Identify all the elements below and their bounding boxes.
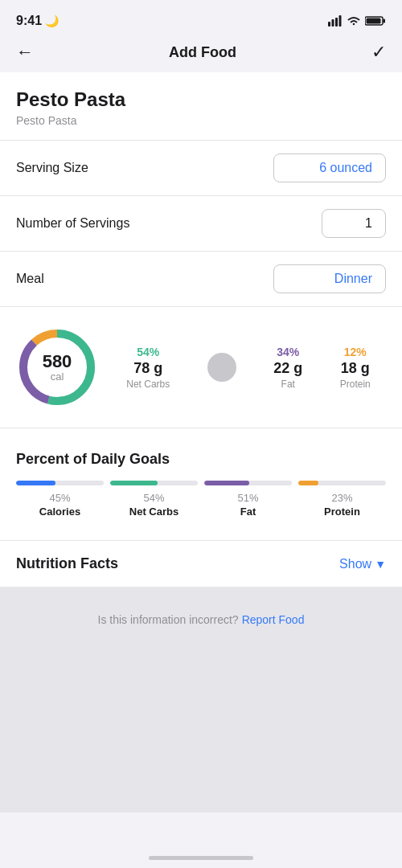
serving-size-value[interactable]: 6 ounced bbox=[273, 154, 386, 182]
report-question: Is this information incorrect? bbox=[98, 613, 239, 626]
report-text: Is this information incorrect? Report Fo… bbox=[98, 613, 305, 626]
food-title-section: Pesto Pasta Pesto Pasta bbox=[0, 72, 402, 141]
macro-protein: 12% 18 g Protein bbox=[340, 346, 371, 390]
meal-value[interactable]: Dinner bbox=[273, 264, 386, 293]
protein-pct: 12% bbox=[340, 346, 371, 358]
goals-bars: 45% Calories 54% Net Carbs 51% Fat 23% P… bbox=[16, 481, 386, 518]
svg-rect-5 bbox=[384, 19, 386, 23]
protein-name: Protein bbox=[340, 379, 371, 390]
fat-grams: 22 g bbox=[273, 360, 302, 377]
daily-goals-section: Percent of Daily Goals 45% Calories 54% … bbox=[0, 435, 402, 541]
home-indicator bbox=[149, 856, 253, 860]
bar-track bbox=[110, 481, 198, 485]
page-title: Add Food bbox=[169, 44, 236, 61]
form-section: Serving Size 6 ounced Number of Servings… bbox=[0, 141, 402, 307]
meal-label: Meal bbox=[16, 272, 44, 286]
nav-bar: ← Add Food ✓ bbox=[0, 35, 402, 72]
food-name: Pesto Pasta bbox=[16, 88, 386, 111]
svg-rect-3 bbox=[339, 15, 342, 27]
moon-icon: 🌙 bbox=[45, 14, 59, 27]
macro-fat: 34% 22 g Fat bbox=[273, 346, 302, 390]
number-of-servings-label: Number of Servings bbox=[16, 216, 129, 231]
fat-name: Fat bbox=[273, 379, 302, 390]
bar-fill bbox=[204, 481, 249, 485]
goal-pct: 54% bbox=[110, 492, 198, 504]
net-carbs-pct: 54% bbox=[126, 346, 170, 358]
serving-size-label: Serving Size bbox=[16, 161, 88, 175]
number-of-servings-row: Number of Servings 1 bbox=[0, 196, 402, 252]
status-time: 9:41 🌙 bbox=[16, 14, 59, 28]
signal-icon bbox=[328, 15, 343, 27]
nutrition-facts-label: Nutrition Facts bbox=[16, 555, 118, 572]
calories-number: 580 bbox=[43, 353, 72, 371]
goal-bar-calories: 45% Calories bbox=[16, 481, 104, 518]
nutrition-summary: 580 cal 54% 78 g Net Carbs 34% 22 g Fat … bbox=[0, 307, 402, 428]
goal-bar-fat: 51% Fat bbox=[204, 481, 292, 518]
svg-rect-2 bbox=[335, 18, 338, 27]
bar-track bbox=[16, 481, 104, 485]
goal-pct: 51% bbox=[204, 492, 292, 504]
nutrition-facts-show-button[interactable]: Show ▼ bbox=[339, 557, 386, 571]
goal-pct: 45% bbox=[16, 492, 104, 504]
goal-label: Calories bbox=[16, 506, 104, 518]
serving-size-row: Serving Size 6 ounced bbox=[0, 141, 402, 196]
bar-fill bbox=[298, 481, 318, 485]
macro-stats: 54% 78 g Net Carbs 34% 22 g Fat 12% 18 g… bbox=[108, 346, 389, 390]
svg-rect-6 bbox=[367, 18, 381, 24]
protein-grams: 18 g bbox=[340, 360, 371, 377]
goal-pct: 23% bbox=[298, 492, 386, 504]
bar-track bbox=[298, 481, 386, 485]
goal-label: Net Carbs bbox=[110, 506, 198, 518]
food-subtitle: Pesto Pasta bbox=[16, 114, 386, 127]
status-icons bbox=[328, 15, 386, 27]
bar-track bbox=[204, 481, 292, 485]
number-of-servings-value[interactable]: 1 bbox=[322, 209, 386, 238]
goal-bar-protein: 23% Protein bbox=[298, 481, 386, 518]
macro-net-carbs: 54% 78 g Net Carbs bbox=[126, 346, 170, 390]
calories-label: cal bbox=[43, 371, 72, 383]
net-carbs-grams: 78 g bbox=[126, 360, 170, 377]
donut-chart: 580 cal bbox=[13, 323, 101, 411]
main-content: Pesto Pasta Pesto Pasta Serving Size 6 o… bbox=[0, 72, 402, 588]
goal-label: Protein bbox=[298, 506, 386, 518]
net-carbs-name: Net Carbs bbox=[126, 379, 170, 390]
wifi-icon bbox=[347, 15, 361, 27]
fat-pct: 34% bbox=[273, 346, 302, 358]
status-bar: 9:41 🌙 bbox=[0, 0, 402, 35]
report-food-link[interactable]: Report Food bbox=[242, 613, 305, 626]
meal-row: Meal Dinner bbox=[0, 252, 402, 307]
macro-separator bbox=[207, 353, 236, 382]
check-button[interactable]: ✓ bbox=[371, 42, 386, 63]
daily-goals-title: Percent of Daily Goals bbox=[16, 451, 386, 468]
bar-fill bbox=[16, 481, 55, 485]
bottom-section: Is this information incorrect? Report Fo… bbox=[0, 588, 402, 813]
bar-fill bbox=[110, 481, 158, 485]
svg-rect-0 bbox=[328, 22, 330, 27]
goal-label: Fat bbox=[204, 506, 292, 518]
svg-rect-1 bbox=[332, 19, 334, 27]
chevron-down-icon: ▼ bbox=[375, 558, 386, 571]
nutrition-facts-row[interactable]: Nutrition Facts Show ▼ bbox=[0, 541, 402, 588]
time-label: 9:41 bbox=[16, 14, 42, 28]
back-button[interactable]: ← bbox=[16, 42, 34, 63]
show-label: Show bbox=[339, 557, 371, 571]
battery-icon bbox=[365, 15, 386, 27]
goal-bar-net-carbs: 54% Net Carbs bbox=[110, 481, 198, 518]
donut-center: 580 cal bbox=[43, 353, 72, 383]
